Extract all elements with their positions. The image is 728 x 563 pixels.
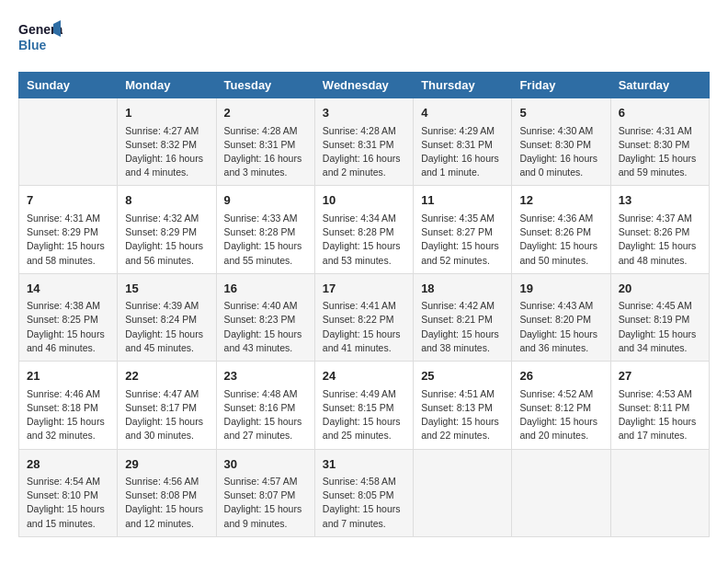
day-detail: Sunrise: 4:41 AMSunset: 8:22 PMDaylight:… [323,299,405,355]
day-number: 11 [421,191,504,210]
calendar-cell: 18Sunrise: 4:42 AMSunset: 8:21 PMDayligh… [414,273,512,361]
calendar-week-4: 21Sunrise: 4:46 AMSunset: 8:18 PMDayligh… [19,362,710,449]
day-number: 12 [519,191,602,210]
day-number: 10 [323,191,405,210]
day-number: 9 [224,191,307,210]
day-number: 31 [323,455,405,474]
calendar-cell: 16Sunrise: 4:40 AMSunset: 8:23 PMDayligh… [216,273,314,361]
day-number: 1 [125,104,208,122]
day-number: 5 [519,104,602,122]
day-detail: Sunrise: 4:38 AMSunset: 8:25 PMDaylight:… [27,299,109,355]
day-number: 19 [519,280,602,298]
day-detail: Sunrise: 4:45 AMSunset: 8:19 PMDaylight:… [619,299,701,355]
calendar-cell: 9Sunrise: 4:33 AMSunset: 8:28 PMDaylight… [216,186,314,273]
day-detail: Sunrise: 4:29 AMSunset: 8:31 PMDaylight:… [421,124,504,180]
day-number: 30 [224,455,307,474]
calendar-cell: 19Sunrise: 4:43 AMSunset: 8:20 PMDayligh… [512,273,610,361]
day-detail: Sunrise: 4:58 AMSunset: 8:05 PMDaylight:… [323,475,405,531]
day-detail: Sunrise: 4:37 AMSunset: 8:26 PMDaylight:… [619,212,701,268]
day-detail: Sunrise: 4:56 AMSunset: 8:08 PMDaylight:… [125,475,208,531]
day-detail: Sunrise: 4:39 AMSunset: 8:24 PMDaylight:… [125,299,208,355]
day-detail: Sunrise: 4:32 AMSunset: 8:29 PMDaylight:… [125,212,208,268]
day-detail: Sunrise: 4:36 AMSunset: 8:26 PMDaylight:… [519,212,602,268]
calendar-cell: 10Sunrise: 4:34 AMSunset: 8:28 PMDayligh… [314,186,413,273]
calendar-cell [512,449,610,536]
logo: General Blue [18,18,63,57]
calendar-week-5: 28Sunrise: 4:54 AMSunset: 8:10 PMDayligh… [19,449,710,536]
column-header-friday: Friday [512,73,610,98]
calendar-cell: 3Sunrise: 4:28 AMSunset: 8:31 PMDaylight… [314,98,413,186]
calendar-table: SundayMondayTuesdayWednesdayThursdayFrid… [18,72,710,537]
calendar-cell: 26Sunrise: 4:52 AMSunset: 8:12 PMDayligh… [512,362,610,449]
day-number: 28 [27,455,109,474]
calendar-cell: 6Sunrise: 4:31 AMSunset: 8:30 PMDaylight… [610,98,709,186]
day-detail: Sunrise: 4:54 AMSunset: 8:10 PMDaylight:… [27,475,109,531]
day-detail: Sunrise: 4:31 AMSunset: 8:30 PMDaylight:… [619,124,701,180]
calendar-cell: 31Sunrise: 4:58 AMSunset: 8:05 PMDayligh… [314,449,413,536]
calendar-cell: 30Sunrise: 4:57 AMSunset: 8:07 PMDayligh… [216,449,314,536]
calendar-cell: 4Sunrise: 4:29 AMSunset: 8:31 PMDaylight… [414,98,512,186]
column-header-tuesday: Tuesday [216,73,314,98]
calendar-cell: 27Sunrise: 4:53 AMSunset: 8:11 PMDayligh… [610,362,709,449]
day-number: 14 [27,280,109,298]
calendar-cell: 12Sunrise: 4:36 AMSunset: 8:26 PMDayligh… [512,186,610,273]
calendar-cell: 14Sunrise: 4:38 AMSunset: 8:25 PMDayligh… [19,273,118,361]
day-number: 20 [619,280,701,298]
logo-svg: General Blue [18,18,63,57]
calendar-week-1: 1Sunrise: 4:27 AMSunset: 8:32 PMDaylight… [19,98,710,186]
calendar-cell: 22Sunrise: 4:47 AMSunset: 8:17 PMDayligh… [118,362,216,449]
day-detail: Sunrise: 4:28 AMSunset: 8:31 PMDaylight:… [224,124,307,180]
day-number: 3 [323,104,405,122]
calendar-cell [610,449,709,536]
column-header-sunday: Sunday [19,73,118,98]
day-detail: Sunrise: 4:31 AMSunset: 8:29 PMDaylight:… [27,212,109,268]
calendar-cell: 2Sunrise: 4:28 AMSunset: 8:31 PMDaylight… [216,98,314,186]
day-detail: Sunrise: 4:52 AMSunset: 8:12 PMDaylight:… [519,387,602,443]
day-number: 29 [125,455,208,474]
day-number: 16 [224,280,307,298]
svg-text:Blue: Blue [18,38,47,52]
calendar-cell: 17Sunrise: 4:41 AMSunset: 8:22 PMDayligh… [314,273,413,361]
calendar-cell [414,449,512,536]
day-detail: Sunrise: 4:28 AMSunset: 8:31 PMDaylight:… [323,124,405,180]
calendar-cell: 5Sunrise: 4:30 AMSunset: 8:30 PMDaylight… [512,98,610,186]
calendar-cell: 13Sunrise: 4:37 AMSunset: 8:26 PMDayligh… [610,186,709,273]
column-header-wednesday: Wednesday [314,73,413,98]
day-detail: Sunrise: 4:33 AMSunset: 8:28 PMDaylight:… [224,212,307,268]
day-detail: Sunrise: 4:48 AMSunset: 8:16 PMDaylight:… [224,387,307,443]
calendar-cell: 28Sunrise: 4:54 AMSunset: 8:10 PMDayligh… [19,449,118,536]
calendar-cell [19,98,118,186]
day-detail: Sunrise: 4:57 AMSunset: 8:07 PMDaylight:… [224,475,307,531]
day-number: 22 [125,367,208,385]
calendar-cell: 24Sunrise: 4:49 AMSunset: 8:15 PMDayligh… [314,362,413,449]
day-detail: Sunrise: 4:51 AMSunset: 8:13 PMDaylight:… [421,387,504,443]
calendar-cell: 8Sunrise: 4:32 AMSunset: 8:29 PMDaylight… [118,186,216,273]
day-number: 8 [125,191,208,210]
column-header-thursday: Thursday [414,73,512,98]
day-number: 13 [619,191,701,210]
calendar-cell: 20Sunrise: 4:45 AMSunset: 8:19 PMDayligh… [610,273,709,361]
day-number: 23 [224,367,307,385]
day-number: 15 [125,280,208,298]
day-detail: Sunrise: 4:30 AMSunset: 8:30 PMDaylight:… [519,124,602,180]
day-detail: Sunrise: 4:43 AMSunset: 8:20 PMDaylight:… [519,299,602,355]
column-header-monday: Monday [118,73,216,98]
day-number: 7 [27,191,109,210]
day-detail: Sunrise: 4:35 AMSunset: 8:27 PMDaylight:… [421,212,504,268]
day-detail: Sunrise: 4:34 AMSunset: 8:28 PMDaylight:… [323,212,405,268]
calendar-cell: 11Sunrise: 4:35 AMSunset: 8:27 PMDayligh… [414,186,512,273]
calendar-cell: 15Sunrise: 4:39 AMSunset: 8:24 PMDayligh… [118,273,216,361]
day-number: 6 [619,104,701,122]
day-number: 2 [224,104,307,122]
day-number: 24 [323,367,405,385]
calendar-cell: 21Sunrise: 4:46 AMSunset: 8:18 PMDayligh… [19,362,118,449]
calendar-week-2: 7Sunrise: 4:31 AMSunset: 8:29 PMDaylight… [19,186,710,273]
calendar-cell: 23Sunrise: 4:48 AMSunset: 8:16 PMDayligh… [216,362,314,449]
calendar-cell: 29Sunrise: 4:56 AMSunset: 8:08 PMDayligh… [118,449,216,536]
day-number: 18 [421,280,504,298]
calendar-week-3: 14Sunrise: 4:38 AMSunset: 8:25 PMDayligh… [19,273,710,361]
day-detail: Sunrise: 4:27 AMSunset: 8:32 PMDaylight:… [125,124,208,180]
day-detail: Sunrise: 4:47 AMSunset: 8:17 PMDaylight:… [125,387,208,443]
day-number: 26 [519,367,602,385]
day-number: 25 [421,367,504,385]
